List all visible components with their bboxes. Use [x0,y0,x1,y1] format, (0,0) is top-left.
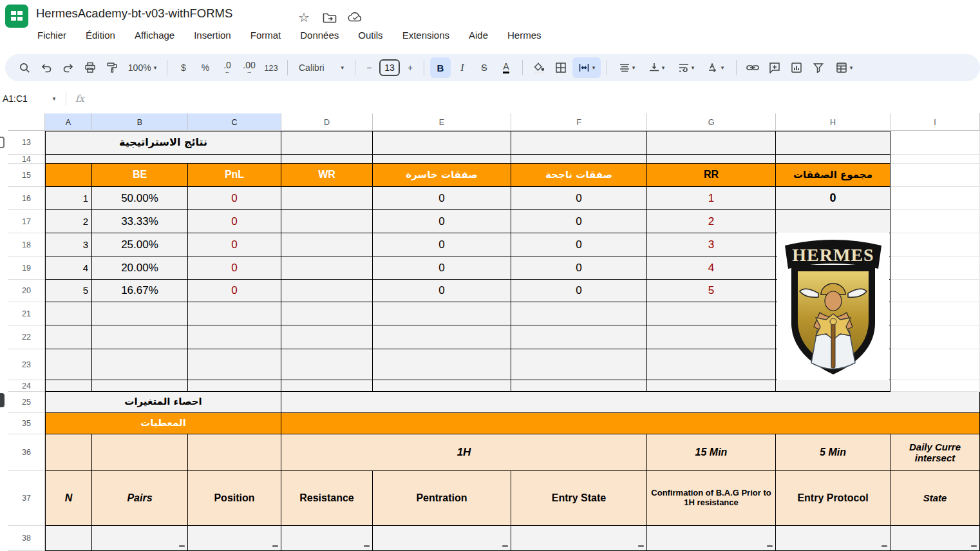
font-size-field[interactable]: 13 [379,59,400,76]
cell-G13[interactable] [647,131,776,155]
cell-G23[interactable] [647,349,776,380]
row-header-14[interactable]: 14 [8,155,45,164]
cell-A38[interactable] [45,526,92,551]
cell-G15[interactable]: RR [647,164,776,187]
cell-F37[interactable]: Entry State [511,471,647,526]
cell-B23[interactable] [92,349,188,380]
name-box[interactable]: A1:C1 [0,93,46,104]
decrease-decimal-button[interactable]: .0← [217,57,238,78]
cell-C18[interactable]: 0 [188,233,281,256]
cell-B16[interactable]: 50.00% [92,187,188,210]
cell-D13[interactable] [281,131,373,155]
cell-A15[interactable] [45,164,92,187]
validation-dropdown-indicator[interactable] [272,545,278,547]
cell-I17[interactable] [890,210,980,233]
column-header-E[interactable]: E [373,113,511,131]
cell-H38[interactable] [776,526,890,551]
cell-G38[interactable] [647,526,776,551]
text-wrap-button[interactable]: ▾ [672,57,701,78]
cell-A21[interactable] [45,302,92,325]
row-header-19[interactable]: 19 [8,256,45,280]
cell-C21[interactable] [188,302,281,325]
cell-G22[interactable] [647,325,776,349]
cell-E16[interactable]: 0 [373,187,511,210]
merge-cells-button[interactable]: ▾ [572,57,601,78]
cell-I37[interactable]: State [890,471,980,526]
cell-D23[interactable] [281,349,373,380]
cell-A17[interactable]: 2 [45,210,92,233]
decrease-font-size-button[interactable]: − [361,57,377,78]
row-header-38[interactable]: 38 [8,526,45,551]
cell-F21[interactable] [511,302,647,325]
cell-G21[interactable] [647,302,776,325]
cell-E20[interactable]: 0 [373,280,511,302]
cell-B18[interactable]: 25.00% [92,233,188,256]
cell-D36-F36[interactable]: 1H [281,434,647,471]
column-header-A[interactable]: A [45,113,92,131]
cell-A18[interactable]: 3 [45,233,92,256]
cell-F22[interactable] [511,325,647,349]
cell-I14[interactable] [890,155,980,164]
menu-insertion[interactable]: Insertion [193,28,232,42]
cell-E22[interactable] [373,325,511,349]
validation-dropdown-indicator[interactable] [638,545,644,547]
cell-E18[interactable]: 0 [373,233,511,256]
cloud-saved-icon[interactable] [348,10,363,25]
cell-D18[interactable] [281,233,373,256]
cell-A24[interactable] [45,380,92,392]
chevron-down-icon[interactable]: ▾ [46,95,62,102]
menu-extensions[interactable]: Extensions [401,28,451,42]
cell-B36[interactable] [92,434,188,471]
horizontal-align-button[interactable]: ▾ [613,57,641,78]
cell-E15[interactable]: صفقات خاسرة [373,164,511,187]
cell-I18[interactable] [890,233,980,256]
cell-G14[interactable] [647,155,776,164]
column-header-I[interactable]: I [890,113,980,131]
cell-B15[interactable]: BE [92,164,188,187]
cell-A19[interactable]: 4 [45,256,92,280]
cell-F19[interactable]: 0 [511,256,647,280]
cell-A36[interactable] [45,434,92,471]
validation-dropdown-indicator[interactable] [971,545,977,547]
search-icon[interactable] [14,57,35,78]
strikethrough-button[interactable]: S [474,57,495,78]
cell-I38[interactable] [890,526,980,551]
cell-F23[interactable] [511,349,647,380]
menu-outils[interactable]: Outils [357,28,384,42]
column-header-H[interactable]: H [776,113,890,131]
row-header-21[interactable]: 21 [8,302,45,325]
cell-D14[interactable] [281,155,373,164]
document-title[interactable]: HermesAcademy-bt-v03-withFORMS [36,6,232,21]
row-header-20[interactable]: 20 [8,280,45,302]
cell-F17[interactable]: 0 [511,210,647,233]
cell-D25-I25[interactable] [281,392,980,413]
menu-fichier[interactable]: Fichier [36,28,68,42]
cell-I21[interactable] [890,302,980,325]
cell-A14-C14[interactable] [45,155,281,164]
functions-button[interactable]: ▾ [830,57,858,78]
cell-C23[interactable] [188,349,281,380]
filter-button[interactable] [808,57,829,78]
cell-E23[interactable] [373,349,511,380]
row-header-13[interactable]: 13 [8,131,45,155]
cell-G37[interactable]: Confirmation of B.A.G Prior to 1H resist… [647,471,776,526]
row-header-25[interactable]: 25 [8,392,45,413]
print-button[interactable] [80,57,100,78]
cell-B21[interactable] [92,302,188,325]
cell-A35-C35[interactable]: المعطيات [45,413,281,434]
cell-C15[interactable]: PnL [188,164,281,187]
cell-I20[interactable] [890,280,980,302]
cell-G18[interactable]: 3 [647,233,776,256]
cell-C19[interactable]: 0 [188,256,281,280]
row-header-18[interactable]: 18 [8,233,45,256]
cell-G36[interactable]: 15 Min [647,434,776,471]
fill-color-button[interactable] [529,57,549,78]
row-header-17[interactable]: 17 [8,210,45,233]
row-group-collapsed-icon[interactable] [0,393,5,407]
cell-I13[interactable] [890,131,980,155]
cell-G16[interactable]: 1 [647,187,776,210]
cell-E19[interactable]: 0 [373,256,511,280]
column-header-D[interactable]: D [281,113,373,131]
cell-A23[interactable] [45,349,92,380]
google-sheets-icon[interactable] [5,5,28,28]
